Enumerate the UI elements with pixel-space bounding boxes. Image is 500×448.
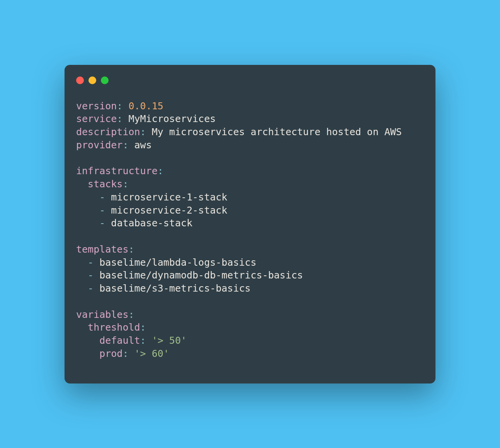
value-default: '> 50' xyxy=(152,335,187,346)
code-window: version: 0.0.15 service: MyMicroservices… xyxy=(65,65,435,384)
colon: : xyxy=(140,126,146,137)
value-service: MyMicroservices xyxy=(128,113,216,124)
list-dash: - xyxy=(99,217,105,229)
minimize-icon[interactable] xyxy=(88,76,96,84)
key-prod: prod xyxy=(99,348,122,359)
colon: : xyxy=(117,113,122,124)
list-dash: - xyxy=(99,192,105,203)
template-item: baselime/dynamodb-db-metrics-basics xyxy=(99,270,303,281)
close-icon[interactable] xyxy=(76,76,84,84)
colon: : xyxy=(158,165,163,176)
colon: : xyxy=(122,348,128,359)
colon: : xyxy=(122,139,128,151)
key-default: default xyxy=(99,335,140,346)
list-dash: - xyxy=(99,205,105,216)
window-titlebar xyxy=(76,76,424,84)
key-provider: provider xyxy=(76,139,122,151)
list-dash: - xyxy=(88,270,94,281)
value-version: 0.0.15 xyxy=(128,100,163,112)
colon: : xyxy=(128,309,134,320)
stack-item: microservice-1-stack xyxy=(111,192,227,203)
key-service: service xyxy=(76,113,117,124)
stack-item: database-stack xyxy=(111,217,192,229)
stack-item: microservice-2-stack xyxy=(111,205,227,216)
yaml-code-block: version: 0.0.15 service: MyMicroservices… xyxy=(76,100,424,360)
colon: : xyxy=(128,244,134,255)
value-provider: aws xyxy=(134,139,152,151)
colon: : xyxy=(117,100,122,112)
key-version: version xyxy=(76,100,117,112)
template-item: baselime/lambda-logs-basics xyxy=(99,257,256,268)
list-dash: - xyxy=(88,283,94,294)
list-dash: - xyxy=(88,257,94,268)
key-infrastructure: infrastructure xyxy=(76,165,158,176)
key-variables: variables xyxy=(76,309,128,320)
key-description: description xyxy=(76,126,140,137)
key-threshold: threshold xyxy=(88,322,140,333)
key-templates: templates xyxy=(76,244,128,255)
value-prod: '> 60' xyxy=(134,348,169,359)
value-description: My microservices architecture hosted on … xyxy=(152,126,402,137)
colon: : xyxy=(122,178,128,190)
maximize-icon[interactable] xyxy=(101,76,109,84)
key-stacks: stacks xyxy=(88,178,122,190)
colon: : xyxy=(140,335,146,346)
colon: : xyxy=(140,322,146,333)
template-item: baselime/s3-metrics-basics xyxy=(99,283,250,294)
